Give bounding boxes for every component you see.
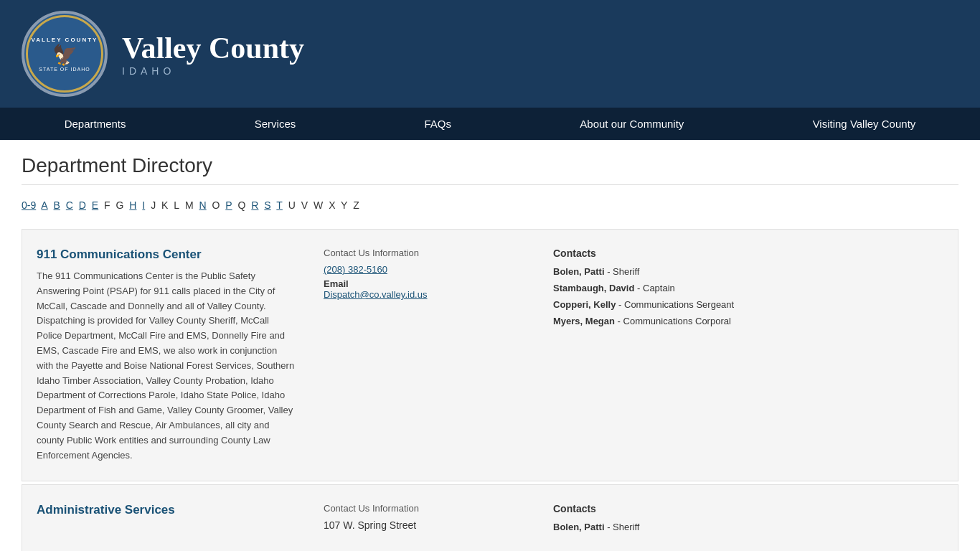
nav-visiting[interactable]: Visiting Valley County (798, 108, 930, 140)
contact-myers: Myers, Megan - Communications Corporal (553, 316, 943, 326)
dept-card-admin: Administrative Services Contact Us Infor… (22, 484, 958, 551)
contact-label-admin: Contact Us Information (324, 503, 539, 514)
site-header: VALLEY COUNTY 🦅 STATE OF IDAHO Valley Co… (0, 0, 980, 108)
header-title-block: Valley County IDAHO (122, 31, 304, 77)
nav-faqs[interactable]: FAQs (410, 108, 466, 140)
contact-bolen-admin: Bolen, Patti - Sheriff (553, 522, 943, 532)
alpha-link-e[interactable]: E (92, 199, 98, 211)
alpha-plain-w: W (314, 199, 323, 211)
alpha-plain-f: F (104, 199, 110, 211)
alpha-link-t[interactable]: T (276, 199, 283, 211)
alpha-plain-o: O (212, 199, 220, 211)
email-link-911[interactable]: Dispatch@co.valley.id.us (324, 289, 539, 300)
contact-stambaugh: Stambaugh, David - Captain (553, 283, 943, 293)
alpha-link-p[interactable]: P (225, 199, 232, 211)
alpha-plain-j: J (151, 199, 156, 211)
dept-contact-911: Contact Us Information (208) 382-5160 Em… (309, 248, 553, 463)
page-title: Department Directory (22, 154, 958, 185)
dept-contact-admin: Contact Us Information 107 W. Spring Str… (309, 503, 553, 538)
contact-name-bolen-admin: Bolen, Patti (553, 522, 605, 532)
alpha-plain-y: Y (341, 199, 347, 211)
logo-bottom-text: STATE OF IDAHO (39, 67, 90, 72)
alpha-link-r[interactable]: R (251, 199, 258, 211)
county-logo: VALLEY COUNTY 🦅 STATE OF IDAHO (22, 11, 108, 97)
dept-card-911: 911 Communications Center The 911 Commun… (22, 229, 958, 481)
logo-eagle-icon: 🦅 (52, 43, 77, 67)
alpha-plain-u: U (288, 199, 296, 211)
main-nav: Departments Services FAQs About our Comm… (0, 108, 980, 140)
nav-services[interactable]: Services (240, 108, 311, 140)
contact-copperi: Copperi, Kelly - Communications Sergeant (553, 299, 943, 310)
phone-link-911[interactable]: (208) 382-5160 (324, 264, 539, 275)
contacts-header-911: Contacts (553, 248, 943, 259)
alpha-link-a[interactable]: A (41, 199, 47, 211)
contact-bolen: Bolen, Patti - Sheriff (553, 266, 943, 277)
contact-role-bolen: - Sheriff (607, 266, 639, 277)
contact-label-911: Contact Us Information (324, 248, 539, 258)
dept-name-admin: Administrative Services (37, 503, 295, 517)
contacts-section-911: Contacts Bolen, Patti - Sheriff Stambaug… (553, 248, 943, 463)
logo-top-text: VALLEY COUNTY (32, 37, 98, 43)
address-admin: 107 W. Spring Street (324, 519, 539, 531)
alpha-plain-x: X (329, 199, 335, 211)
email-label-911: Email (324, 278, 349, 289)
contact-name-copperi: Copperi, Kelly (553, 299, 616, 310)
nav-about[interactable]: About our Community (565, 108, 698, 140)
alpha-plain-g: G (116, 199, 124, 211)
dept-name-911: 911 Communications Center (37, 248, 295, 262)
dept-desc-911: The 911 Communications Center is the Pub… (37, 269, 295, 463)
contacts-header-admin: Contacts (553, 503, 943, 514)
alpha-link-b[interactable]: B (54, 199, 60, 211)
alpha-plain-z: Z (353, 199, 359, 211)
contact-role-bolen-admin: - Sheriff (607, 522, 639, 532)
alpha-nav: 0-9 A B C D E F G H I J K L M N O P Q R … (22, 199, 958, 211)
alpha-plain-m: M (185, 199, 194, 211)
alpha-plain-q: Q (238, 199, 246, 211)
contact-role-myers: - Communications Corporal (618, 316, 731, 326)
alpha-link-c[interactable]: C (66, 199, 73, 211)
alpha-link-h[interactable]: H (129, 199, 136, 211)
alpha-link-n[interactable]: N (199, 199, 207, 211)
contact-name-myers: Myers, Megan (553, 316, 615, 326)
alpha-link-09[interactable]: 0-9 (22, 199, 36, 211)
alpha-link-s[interactable]: S (264, 199, 270, 211)
page-content: Department Directory 0-9 A B C D E F G H… (0, 140, 980, 551)
alpha-plain-l: L (174, 199, 179, 211)
nav-departments[interactable]: Departments (50, 108, 141, 140)
alpha-link-i[interactable]: I (142, 199, 145, 211)
alpha-plain-k: K (161, 199, 168, 211)
dept-info-admin: Administrative Services (37, 503, 309, 538)
dept-info-911: 911 Communications Center The 911 Commun… (37, 248, 309, 463)
contacts-section-admin: Contacts Bolen, Patti - Sheriff (553, 503, 943, 538)
contact-role-stambaugh: - Captain (637, 283, 675, 293)
alpha-link-d[interactable]: D (79, 199, 86, 211)
state-name: IDAHO (122, 65, 304, 77)
contact-role-copperi: - Communications Sergeant (618, 299, 734, 310)
contact-name-bolen: Bolen, Patti (553, 266, 605, 277)
contact-name-stambaugh: Stambaugh, David (553, 283, 634, 293)
alpha-plain-v: V (301, 199, 308, 211)
county-name: Valley County (122, 31, 304, 65)
